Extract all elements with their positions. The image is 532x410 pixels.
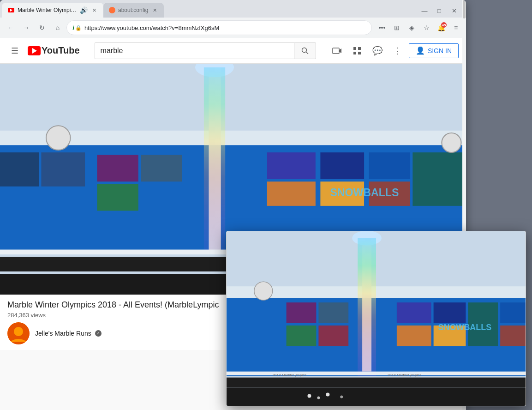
svg-rect-18 xyxy=(97,155,138,181)
popup-window: SNOWBALLS 2018 MarbleLympics 2018 Marble… xyxy=(226,231,526,406)
youtube-logo[interactable]: YouTube xyxy=(28,45,80,56)
window-controls: — □ ✕ xyxy=(418,6,464,18)
bookmark-button[interactable]: ☆ xyxy=(420,21,433,34)
svg-text:SNOWBALLS: SNOWBALLS xyxy=(330,187,399,199)
svg-rect-45 xyxy=(318,326,348,346)
popup-video-thumbnail: SNOWBALLS 2018 MarbleLympics 2018 Marble… xyxy=(227,231,526,406)
channel-avatar[interactable] xyxy=(7,322,30,344)
svg-point-61 xyxy=(254,282,273,300)
firefox-favicon xyxy=(109,7,115,13)
security-icons: ℹ 🔒 xyxy=(72,25,82,31)
svg-rect-43 xyxy=(287,326,317,346)
forward-button[interactable]: → xyxy=(19,21,33,35)
search-container xyxy=(95,42,316,59)
svg-text:2018 MarbleLympics: 2018 MarbleLympics xyxy=(273,373,306,377)
svg-point-33 xyxy=(442,133,461,152)
back-button[interactable]: ← xyxy=(4,21,18,35)
svg-rect-14 xyxy=(41,152,85,187)
address-input[interactable] xyxy=(84,24,366,31)
svg-line-3 xyxy=(306,52,308,54)
svg-rect-55 xyxy=(227,388,526,406)
svg-text:SNOWBALLS: SNOWBALLS xyxy=(438,323,492,332)
more-options-button[interactable]: ⋮ xyxy=(389,42,407,60)
svg-text:2018 MarbleLympics: 2018 MarbleLympics xyxy=(388,373,421,377)
sign-in-label: SIGN IN xyxy=(428,47,452,54)
youtube-header: ☰ YouTube xyxy=(0,38,466,64)
svg-rect-53 xyxy=(227,372,526,375)
svg-point-32 xyxy=(46,126,71,150)
more-button[interactable]: ••• xyxy=(376,21,389,34)
svg-rect-41 xyxy=(358,238,376,376)
sign-in-button[interactable]: 👤 SIGN IN xyxy=(409,43,459,58)
upload-icon xyxy=(332,46,341,55)
svg-rect-6 xyxy=(353,47,356,50)
svg-point-2 xyxy=(302,48,306,52)
tab-config-close[interactable]: ✕ xyxy=(151,6,158,14)
channel-info: Jelle's Marble Runs xyxy=(35,330,102,337)
address-input-container[interactable]: ℹ 🔒 xyxy=(66,20,372,35)
address-actions: ••• ⊞ ◈ ☆ 🔔 45 ≡ xyxy=(376,21,462,34)
svg-point-57 xyxy=(317,396,320,399)
popup-video: SNOWBALLS 2018 MarbleLympics 2018 Marble… xyxy=(227,231,526,406)
svg-rect-25 xyxy=(369,152,410,179)
tab-youtube-title: Marble Winter Olympics 2018 - xyxy=(18,7,77,13)
svg-rect-27 xyxy=(412,152,466,206)
verified-icon xyxy=(95,330,102,337)
svg-rect-4 xyxy=(333,48,339,54)
tab-config-title: about:config xyxy=(118,7,148,13)
svg-rect-48 xyxy=(434,302,466,323)
apps-button[interactable] xyxy=(348,42,366,60)
svg-rect-8 xyxy=(353,52,356,54)
hamburger-menu[interactable]: ☰ xyxy=(7,42,22,60)
svg-rect-44 xyxy=(318,302,348,323)
pocket-button[interactable]: ◈ xyxy=(405,21,418,34)
search-button[interactable] xyxy=(294,42,316,59)
tab-youtube[interactable]: Marble Winter Olympics 2018 - 🔊 ✕ xyxy=(2,3,103,18)
svg-point-56 xyxy=(307,394,311,398)
channel-avatar-image xyxy=(7,322,30,344)
notification-button[interactable]: 🔔 45 xyxy=(435,21,448,34)
svg-rect-20 xyxy=(141,155,182,181)
home-button[interactable]: ⌂ xyxy=(51,21,65,35)
close-button[interactable]: ✕ xyxy=(448,6,460,16)
search-input[interactable] xyxy=(95,42,294,59)
svg-rect-51 xyxy=(500,302,526,323)
speaker-icon: 🔊 xyxy=(80,6,88,14)
svg-rect-47 xyxy=(397,326,431,346)
svg-rect-52 xyxy=(500,326,526,346)
apps-icon xyxy=(353,46,362,55)
minimize-button[interactable]: — xyxy=(418,6,431,16)
svg-rect-19 xyxy=(97,184,138,211)
tab-bar: Marble Winter Olympics 2018 - 🔊 ✕ about:… xyxy=(0,0,466,18)
svg-rect-13 xyxy=(0,152,39,187)
youtube-logo-text: YouTube xyxy=(42,45,80,56)
tab-config[interactable]: about:config ✕ xyxy=(103,3,164,18)
youtube-logo-icon xyxy=(28,46,41,55)
svg-rect-42 xyxy=(287,302,317,323)
header-actions: 💬 ⋮ 👤 SIGN IN xyxy=(328,42,459,60)
svg-rect-30 xyxy=(0,274,233,295)
address-bar: ← → ↻ ⌂ ℹ 🔒 ••• ⊞ ◈ ☆ 🔔 45 ≡ xyxy=(0,18,466,38)
svg-rect-54 xyxy=(227,378,526,388)
svg-rect-7 xyxy=(358,47,361,50)
reader-view-button[interactable]: ⊞ xyxy=(390,21,403,34)
maximize-button[interactable]: □ xyxy=(433,6,446,16)
svg-rect-9 xyxy=(358,52,361,54)
svg-point-35 xyxy=(14,327,23,336)
svg-rect-46 xyxy=(397,302,431,323)
svg-rect-21 xyxy=(267,181,316,206)
messages-button[interactable]: 💬 xyxy=(368,42,387,60)
channel-name[interactable]: Jelle's Marble Runs xyxy=(35,330,91,337)
svg-rect-17 xyxy=(204,67,225,252)
svg-rect-24 xyxy=(320,152,364,179)
search-icon xyxy=(301,47,309,54)
tab-youtube-close[interactable]: ✕ xyxy=(90,6,98,14)
refresh-button[interactable]: ↻ xyxy=(35,21,49,35)
youtube-favicon xyxy=(7,6,15,14)
svg-rect-23 xyxy=(267,152,316,179)
svg-point-59 xyxy=(340,395,343,398)
upload-button[interactable] xyxy=(328,42,346,60)
svg-point-58 xyxy=(326,393,329,397)
menu-button[interactable]: ≡ xyxy=(449,21,462,34)
notification-badge: 45 xyxy=(441,22,447,28)
